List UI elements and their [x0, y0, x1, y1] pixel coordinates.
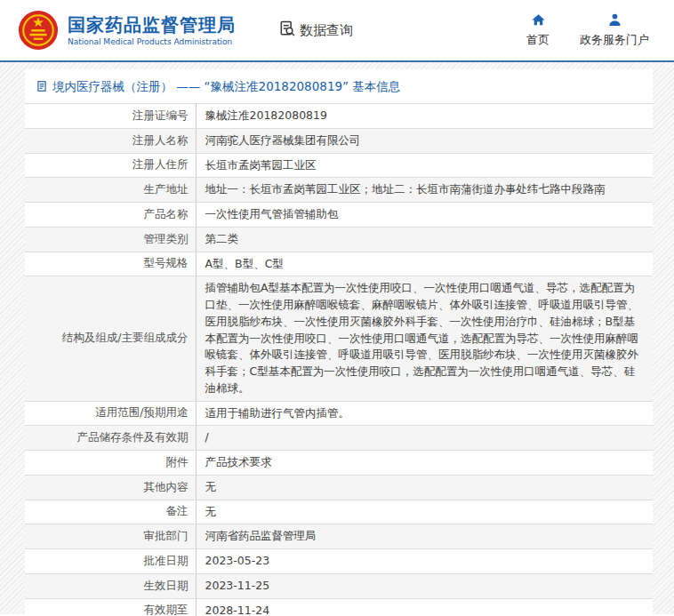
row-label: 注册人名称	[25, 128, 196, 153]
row-label: 适用范围/预期用途	[25, 401, 196, 426]
table-row: 注册人名称 河南驼人医疗器械集团有限公司	[25, 128, 653, 153]
table-row: 产品储存条件及有效期 /	[25, 426, 653, 451]
table-row: 批准日期 2023-05-23	[25, 549, 653, 574]
table-row: 备注 无	[25, 500, 653, 524]
table-row: 审批部门 河南省药品监督管理局	[25, 524, 653, 549]
row-value: 长垣市孟岗苇园工业区	[196, 153, 653, 178]
table-row: 生产地址 地址一：长垣市孟岗苇园工业区；地址二：长垣市南蒲街道办事处纬七路中段路…	[25, 178, 653, 203]
table-row: 结构及组成/主要组成成分 插管辅助包A型基本配置为一次性使用咬口、一次性使用口咽…	[25, 276, 653, 401]
row-label: 有效期至	[25, 598, 196, 616]
content-panel: 境内医疗器械（注册） —— “豫械注准20182080819” 基本信息 注册证…	[25, 69, 653, 616]
site-title: 国家药品监督管理局	[68, 15, 236, 36]
brand-block: 国家药品监督管理局 National Medical Products Admi…	[68, 15, 236, 46]
row-value: 豫械注准20182080819	[196, 104, 653, 129]
row-label: 结构及组成/主要组成成分	[25, 276, 196, 401]
row-value: 无	[196, 500, 653, 524]
row-value: 适用于辅助进行气管内插管。	[196, 401, 653, 426]
site-header: 国家药品监督管理局 National Medical Products Admi…	[0, 0, 674, 62]
row-value: 地址一：长垣市孟岗苇园工业区；地址二：长垣市南蒲街道办事处纬七路中段路南	[196, 178, 653, 203]
nav-portal-label: 政务服务门户	[580, 32, 649, 48]
document-icon	[36, 80, 48, 95]
row-value: 产品技术要求	[196, 451, 653, 476]
row-value: 无	[196, 475, 653, 500]
row-label: 产品储存条件及有效期	[25, 426, 196, 451]
row-value: 2028-11-24	[196, 598, 653, 616]
row-label: 生效日期	[25, 573, 196, 598]
table-row: 有效期至 2028-11-24	[25, 598, 653, 616]
row-label: 生产地址	[25, 178, 196, 203]
row-label: 批准日期	[25, 549, 196, 574]
row-value: 河南省药品监督管理局	[196, 524, 653, 549]
row-label: 备注	[25, 500, 196, 524]
breadcrumb: 境内医疗器械（注册） —— “豫械注准20182080819” 基本信息	[25, 69, 653, 103]
table-row: 注册人住所 长垣市孟岗苇园工业区	[25, 153, 653, 178]
table-row: 型号规格 A型、B型、C型	[25, 252, 653, 276]
table-row: 注册证编号 豫械注准20182080819	[25, 104, 653, 129]
row-value: 一次性使用气管插管辅助包	[196, 203, 653, 228]
home-icon	[531, 12, 546, 30]
row-label: 型号规格	[25, 252, 196, 276]
page: 国家药品监督管理局 National Medical Products Admi…	[0, 0, 674, 616]
row-value: 2023-05-23	[196, 549, 653, 574]
row-value: /	[196, 426, 653, 451]
user-icon	[607, 12, 622, 30]
content-background: 境内医疗器械（注册） —— “豫械注准20182080819” 基本信息 注册证…	[0, 62, 674, 614]
row-label: 附件	[25, 451, 196, 476]
row-value: 插管辅助包A型基本配置为一次性使用咬口、一次性使用口咽通气道、导芯，选配配置为口…	[196, 276, 653, 401]
header-nav: 首页 政务服务门户	[526, 12, 649, 48]
table-row: 附件 产品技术要求	[25, 451, 653, 476]
row-label: 管理类别	[25, 227, 196, 252]
table-row: 生效日期 2023-11-25	[25, 573, 653, 598]
registration-info-table: 注册证编号 豫械注准20182080819 注册人名称 河南驼人医疗器械集团有限…	[25, 103, 653, 616]
data-query-icon	[278, 20, 296, 41]
row-label: 产品名称	[25, 203, 196, 228]
row-label: 注册证编号	[25, 104, 196, 129]
row-value: 2023-11-25	[196, 573, 653, 598]
nav-home-label: 首页	[526, 32, 550, 48]
table-row: 产品名称 一次性使用气管插管辅助包	[25, 203, 653, 228]
site-subtitle: National Medical Products Administration	[68, 37, 236, 46]
data-query-button[interactable]: 数据查询	[278, 20, 353, 41]
row-label: 审批部门	[25, 524, 196, 549]
row-label: 其他内容	[25, 475, 196, 500]
nav-home[interactable]: 首页	[526, 12, 550, 48]
row-value: 河南驼人医疗器械集团有限公司	[196, 128, 653, 153]
row-value: 第二类	[196, 227, 653, 252]
row-value: A型、B型、C型	[196, 252, 653, 276]
nav-portal[interactable]: 政务服务门户	[580, 12, 649, 48]
table-row: 管理类别 第二类	[25, 227, 653, 252]
data-query-label: 数据查询	[300, 22, 353, 39]
national-emblem-icon	[18, 10, 59, 51]
table-row: 其他内容 无	[25, 475, 653, 500]
row-label: 注册人住所	[25, 153, 196, 178]
table-row: 适用范围/预期用途 适用于辅助进行气管内插管。	[25, 401, 653, 426]
breadcrumb-text: 境内医疗器械（注册） —— “豫械注准20182080819” 基本信息	[52, 79, 400, 95]
